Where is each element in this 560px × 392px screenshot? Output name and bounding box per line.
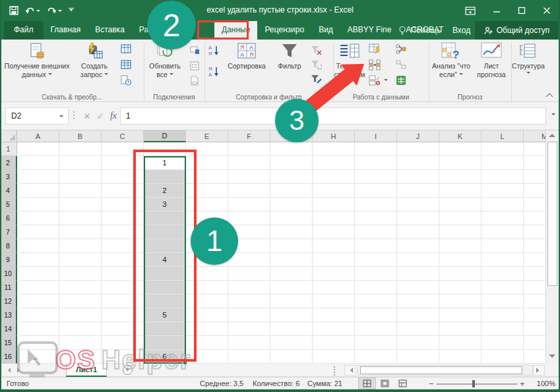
cell-F16[interactable] bbox=[228, 350, 270, 364]
cell-K9[interactable] bbox=[439, 253, 482, 267]
cell-B15[interactable] bbox=[59, 336, 102, 350]
cell-G10[interactable] bbox=[270, 267, 313, 281]
tab-Вид[interactable]: Вид bbox=[311, 21, 340, 40]
cell-F12[interactable] bbox=[228, 294, 270, 308]
tab-Вставка[interactable]: Вставка bbox=[88, 21, 132, 40]
cell-L5[interactable] bbox=[482, 198, 524, 211]
cell-K4[interactable] bbox=[439, 184, 482, 198]
cell-J15[interactable] bbox=[397, 336, 439, 350]
cell-A5[interactable] bbox=[17, 198, 59, 211]
manage-data-model-button[interactable] bbox=[394, 74, 408, 87]
cell-G8[interactable] bbox=[270, 239, 313, 253]
cell-I4[interactable] bbox=[355, 184, 397, 198]
row-header-6[interactable]: 6 bbox=[0, 211, 17, 225]
cell-G16[interactable] bbox=[270, 350, 313, 364]
minimize-button[interactable] bbox=[493, 7, 501, 14]
cell-K6[interactable] bbox=[439, 211, 482, 225]
column-header-D[interactable]: D bbox=[144, 130, 186, 142]
status-count[interactable]: Количество: 6 bbox=[253, 379, 299, 387]
column-header-B[interactable]: B bbox=[59, 130, 102, 142]
zoom-level[interactable]: 100% bbox=[529, 379, 555, 387]
cell-A13[interactable] bbox=[17, 308, 59, 322]
flash-fill-button[interactable] bbox=[367, 42, 382, 55]
cell-M5[interactable] bbox=[524, 198, 545, 211]
column-header-J[interactable]: J bbox=[397, 130, 439, 142]
row-header-13[interactable]: 13 bbox=[0, 308, 17, 322]
cell-K11[interactable] bbox=[439, 281, 482, 294]
text-to-columns-button[interactable]: Текст по столбцам bbox=[333, 41, 366, 79]
cell-H5[interactable] bbox=[313, 198, 355, 211]
cell-L16[interactable] bbox=[482, 350, 524, 364]
tab-Файл[interactable]: Файл bbox=[4, 21, 44, 40]
cell-B8[interactable] bbox=[59, 239, 102, 253]
cell-B1[interactable] bbox=[59, 142, 102, 156]
cell-L15[interactable] bbox=[482, 336, 524, 350]
zoom-slider-track[interactable] bbox=[437, 383, 517, 385]
cell-F2[interactable] bbox=[228, 156, 270, 170]
row-header-3[interactable]: 3 bbox=[0, 170, 17, 184]
next-sheet-arrow[interactable] bbox=[17, 368, 22, 373]
cell-M4[interactable] bbox=[524, 184, 545, 198]
cell-J16[interactable] bbox=[397, 350, 439, 364]
cell-M10[interactable] bbox=[524, 267, 545, 281]
row-header-10[interactable]: 10 bbox=[0, 267, 17, 281]
column-header-L[interactable]: L bbox=[482, 130, 524, 142]
data-validation-button[interactable]: ✓ bbox=[367, 74, 382, 87]
cell-G4[interactable] bbox=[270, 184, 313, 198]
cell-H13[interactable] bbox=[313, 308, 355, 322]
sign-in-button[interactable]: Вход bbox=[452, 21, 470, 40]
cell-J5[interactable] bbox=[397, 198, 439, 211]
cell-J1[interactable] bbox=[397, 142, 439, 156]
row-header-15[interactable]: 15 bbox=[0, 336, 17, 350]
insert-function-button[interactable]: fx bbox=[107, 107, 120, 125]
column-header-M[interactable]: M bbox=[524, 130, 545, 142]
hscroll-right-arrow[interactable] bbox=[533, 365, 545, 376]
cell-L8[interactable] bbox=[482, 239, 524, 253]
cell-M6[interactable] bbox=[524, 211, 545, 225]
get-external-data-button[interactable]: Получение внешних данных bbox=[3, 41, 71, 79]
cell-M3[interactable] bbox=[524, 170, 545, 184]
cell-B12[interactable] bbox=[59, 294, 102, 308]
cell-F5[interactable] bbox=[228, 198, 270, 211]
cell-J14[interactable] bbox=[397, 322, 439, 336]
column-header-A[interactable]: A bbox=[17, 130, 59, 142]
cell-K13[interactable] bbox=[439, 308, 482, 322]
cell-A16[interactable] bbox=[17, 350, 59, 364]
cell-I10[interactable] bbox=[355, 267, 397, 281]
cell-B10[interactable] bbox=[59, 267, 102, 281]
confirm-entry-button[interactable]: ✓ bbox=[94, 107, 107, 125]
cell-A4[interactable] bbox=[17, 184, 59, 198]
column-header-E[interactable]: E bbox=[186, 130, 228, 142]
tell-me-box[interactable]: Помощь bbox=[398, 21, 441, 40]
cell-J4[interactable] bbox=[397, 184, 439, 198]
column-header-I[interactable]: I bbox=[355, 130, 397, 142]
relationships-button[interactable] bbox=[394, 58, 408, 71]
cell-M11[interactable] bbox=[524, 281, 545, 294]
cell-M2[interactable] bbox=[524, 156, 545, 170]
cell-L9[interactable] bbox=[482, 253, 524, 267]
hscroll-left-arrow[interactable] bbox=[344, 365, 356, 376]
cell-H16[interactable] bbox=[313, 350, 355, 364]
cell-M7[interactable] bbox=[524, 225, 545, 239]
cell-I11[interactable] bbox=[355, 281, 397, 294]
cell-A7[interactable] bbox=[17, 225, 59, 239]
cell-F15[interactable] bbox=[228, 336, 270, 350]
column-header-C[interactable]: C bbox=[102, 130, 144, 142]
cell-J9[interactable] bbox=[397, 253, 439, 267]
tab-ABBYY Fine[interactable]: ABBYY Fine bbox=[340, 21, 398, 40]
cell-F11[interactable] bbox=[228, 281, 270, 294]
cell-H10[interactable] bbox=[313, 267, 355, 281]
cell-I6[interactable] bbox=[355, 211, 397, 225]
sort-descending-button[interactable]: Я А bbox=[206, 65, 221, 78]
recent-sources-button[interactable] bbox=[119, 74, 133, 87]
cell-A8[interactable] bbox=[17, 239, 59, 253]
cell-F6[interactable] bbox=[228, 211, 270, 225]
row-header-14[interactable]: 14 bbox=[0, 322, 17, 336]
cell-M15[interactable] bbox=[524, 336, 545, 350]
cell-A1[interactable] bbox=[17, 142, 59, 156]
from-table-button[interactable] bbox=[119, 42, 133, 55]
scroll-down-arrow[interactable] bbox=[549, 354, 555, 358]
remove-duplicates-button[interactable] bbox=[367, 58, 382, 71]
cell-I2[interactable] bbox=[355, 156, 397, 170]
column-header-K[interactable]: K bbox=[439, 130, 482, 142]
